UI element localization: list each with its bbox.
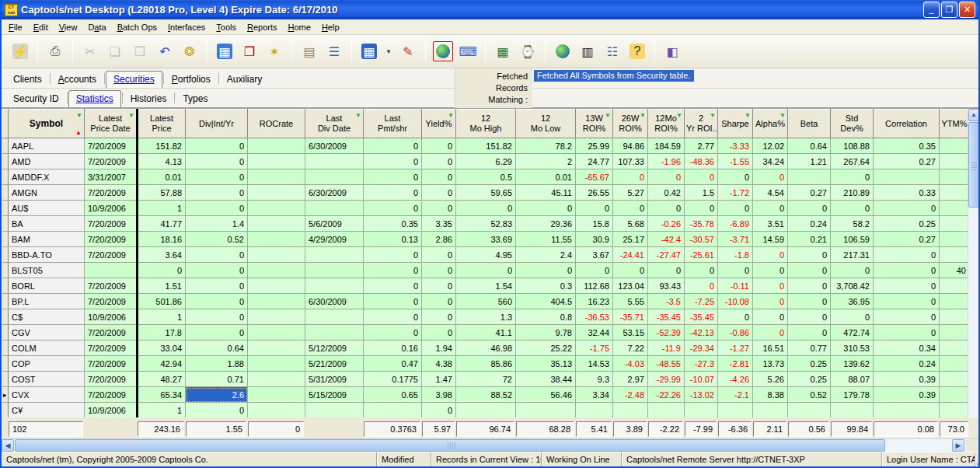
grid-cell[interactable]: 0.52 — [788, 387, 831, 403]
grid-cell[interactable]: 85.86 — [456, 356, 516, 372]
grid-cell[interactable]: 7/20/2009 — [85, 278, 138, 294]
grid-cell[interactable]: 0 — [364, 185, 422, 201]
grid-cell[interactable]: 88.07 — [831, 372, 874, 387]
grid-cell[interactable]: -2.81 — [718, 356, 753, 372]
grid-cell[interactable]: 26.55 — [576, 185, 613, 201]
grid-cell[interactable]: 0.13 — [364, 232, 422, 247]
grid-cell[interactable]: 7/20/2009 — [85, 341, 138, 356]
grid-cell[interactable]: 5/6/2009 — [305, 216, 364, 232]
col-header-ytm[interactable]: YTM% — [940, 110, 970, 138]
grid-cell[interactable]: 0.71 — [186, 372, 248, 387]
grid-cell[interactable]: 25.22 — [516, 341, 576, 356]
menu-tools[interactable]: Tools — [211, 21, 242, 33]
grid-cell[interactable]: 5.68 — [613, 216, 648, 232]
grid-cell[interactable]: 7/20/2009 — [85, 325, 138, 341]
grid-cell[interactable]: 0 — [422, 247, 456, 263]
grid-cell[interactable] — [248, 185, 305, 201]
grid-cell[interactable] — [788, 169, 831, 185]
grid-cell[interactable] — [248, 216, 305, 232]
grid-cell[interactable]: 0.47 — [364, 356, 422, 372]
grid-cell[interactable]: 0.64 — [788, 138, 831, 154]
grid-cell[interactable] — [718, 403, 753, 418]
grid-cell[interactable]: -35.78 — [685, 216, 718, 232]
grid-cell[interactable]: -22.26 — [648, 387, 685, 403]
grid-cell[interactable]: -1.27 — [718, 341, 753, 356]
grid-cell[interactable]: 0 — [718, 263, 753, 278]
grid-cell[interactable]: 41.1 — [456, 325, 516, 341]
grid-cell[interactable]: 0 — [364, 294, 422, 309]
grid-cell[interactable] — [516, 403, 576, 418]
filter-icon[interactable]: ▼ — [710, 110, 716, 120]
grid-cell[interactable]: 4.95 — [456, 247, 516, 263]
filter-icon[interactable]: ▼ — [676, 110, 682, 120]
grid-cell[interactable]: 0 — [753, 247, 788, 263]
grid-cell[interactable]: 404.5 — [516, 294, 576, 309]
grid-cell[interactable]: 0 — [788, 247, 831, 263]
menu-data[interactable]: Data — [82, 21, 111, 33]
grid-cell[interactable]: 40 — [940, 263, 970, 278]
grid-cell[interactable] — [940, 185, 970, 201]
restore-button[interactable]: ❐ — [941, 2, 957, 18]
grid-cell[interactable]: -42.13 — [685, 325, 718, 341]
grid-cell[interactable]: CGV — [9, 325, 85, 341]
grid-cell[interactable] — [248, 387, 305, 403]
grid-cell[interactable]: 3.34 — [576, 387, 613, 403]
grid-cell[interactable]: -10.08 — [718, 294, 753, 309]
grid-cell[interactable]: 151.82 — [456, 138, 516, 154]
subtab-histories[interactable]: Histories — [124, 91, 174, 107]
grid-cell[interactable]: 45.11 — [516, 185, 576, 201]
grid-cell[interactable]: 35.13 — [516, 356, 576, 372]
grid-cell[interactable]: 0 — [422, 201, 456, 216]
grid-cell[interactable]: 0 — [422, 294, 456, 309]
grid-cell[interactable] — [248, 154, 305, 169]
grid-cell[interactable]: BP.L — [9, 294, 85, 309]
row-gutter[interactable] — [2, 169, 9, 185]
grid-cell[interactable]: 0.1775 — [364, 372, 422, 387]
grid-cell[interactable]: 0 — [874, 247, 940, 263]
grid-cell[interactable] — [248, 356, 305, 372]
grid-cell[interactable]: -27.47 — [648, 247, 685, 263]
web-portal-icon[interactable] — [433, 41, 453, 61]
grid-cell[interactable]: 0 — [576, 201, 613, 216]
grid-cell[interactable]: 2.97 — [613, 372, 648, 387]
grid-cell[interactable]: 184.59 — [648, 138, 685, 154]
col-header-12mo-roi[interactable]: 12MoROI%▼ — [648, 110, 685, 138]
grid-cell[interactable]: 1.4 — [186, 216, 248, 232]
grid-cell[interactable]: -4.26 — [718, 372, 753, 387]
grid-cell[interactable]: 57.88 — [138, 185, 186, 201]
grid-cell[interactable]: 1.3 — [456, 309, 516, 325]
grid-cell[interactable]: 0 — [422, 278, 456, 294]
row-gutter[interactable] — [2, 325, 9, 341]
grid-cell[interactable]: 65.34 — [138, 387, 186, 403]
scroll-right-icon[interactable]: ▶ — [952, 439, 964, 452]
grid-cell[interactable]: 0 — [874, 294, 940, 309]
grid-cell[interactable]: 0 — [422, 185, 456, 201]
grid-cell[interactable]: 6.29 — [456, 154, 516, 169]
grid-cell[interactable]: -30.57 — [685, 232, 718, 247]
row-gutter[interactable] — [2, 372, 9, 387]
grid-cell[interactable]: 7/20/2009 — [85, 247, 138, 263]
grid-cell[interactable]: 7/20/2009 — [85, 387, 138, 403]
grid-cell[interactable]: -0.11 — [718, 278, 753, 294]
grid-cell[interactable]: 0 — [516, 263, 576, 278]
grid-cell[interactable]: 33.69 — [456, 232, 516, 247]
grid-cell[interactable]: -4.03 — [613, 356, 648, 372]
grid-cell[interactable] — [940, 169, 970, 185]
col-header-sharpe[interactable]: Sharpe▼ — [718, 110, 753, 138]
grid-cell[interactable]: 7/20/2009 — [85, 356, 138, 372]
grid-cell[interactable]: 53.15 — [613, 325, 648, 341]
grid-cell[interactable]: 46.98 — [456, 341, 516, 356]
grid-cell[interactable]: COP — [9, 356, 85, 372]
grid-cell[interactable] — [940, 201, 970, 216]
grid-cell[interactable]: AU$ — [9, 201, 85, 216]
grid-cell[interactable] — [305, 325, 364, 341]
col-header-13w-roi[interactable]: 13WROI%▼ — [576, 110, 613, 138]
grid-cell[interactable]: 0 — [685, 278, 718, 294]
close-button[interactable]: ✕ — [959, 2, 975, 18]
grid-cell[interactable]: 0 — [788, 201, 831, 216]
tab-clients[interactable]: Clients — [6, 72, 49, 88]
row-gutter[interactable] — [2, 356, 9, 372]
wizard-icon[interactable]: ✶ — [264, 41, 284, 61]
col-header-latest-price-date[interactable]: LatestPrice Date▼ — [85, 110, 138, 138]
grid-cell[interactable]: 0.3 — [516, 278, 576, 294]
